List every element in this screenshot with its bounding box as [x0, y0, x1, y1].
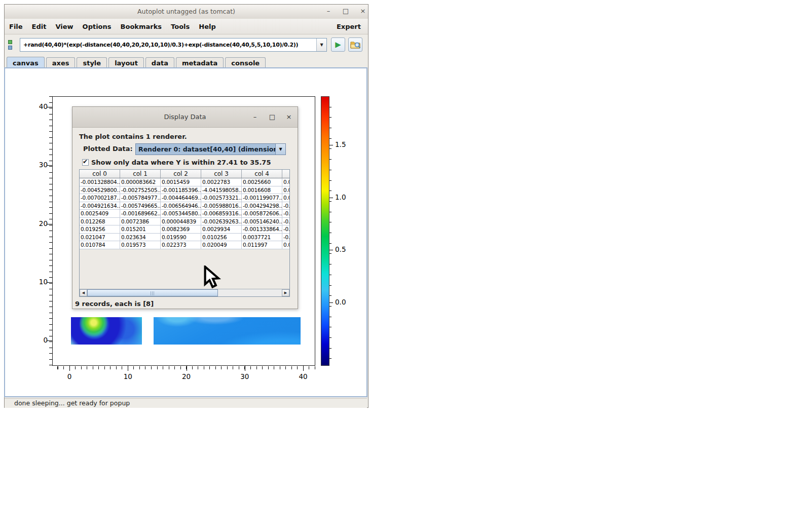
table-cell[interactable]: -0.005146240... [242, 218, 282, 226]
table-cell[interactable]: -0.005872606... [242, 210, 282, 218]
table-cell[interactable]: -0.001199077... [242, 194, 282, 202]
table-cell[interactable]: -0.004921634... [80, 202, 120, 210]
table-cell[interactable]: -0.001328804... [80, 178, 120, 186]
table-cell[interactable]: -0.005988016... [201, 202, 242, 210]
menu-options[interactable]: Options [78, 19, 116, 34]
table-cell[interactable]: -0.005344580... [161, 210, 201, 218]
expert-toggle[interactable]: Expert [329, 23, 368, 30]
table-cell[interactable]: 0.000 [282, 194, 290, 202]
dialog-title-bar[interactable]: Display Data – □ × [72, 107, 298, 128]
table-cell[interactable]: 0.020049 [201, 241, 242, 249]
table-cell[interactable]: 0.019590 [161, 234, 201, 242]
table-cell[interactable]: 0.011997 [242, 241, 282, 249]
table-cell[interactable]: 0.0037721 [242, 234, 282, 242]
table-cell[interactable]: -0.004529800... [80, 186, 120, 195]
table-cell[interactable]: -0.002639263... [201, 218, 242, 226]
table-cell[interactable]: 0.000044839 [161, 218, 201, 226]
table-cell[interactable]: -0.00 [282, 202, 290, 210]
menu-tools[interactable]: Tools [166, 19, 194, 34]
menu-view[interactable]: View [51, 19, 78, 34]
menu-help[interactable]: Help [194, 19, 220, 34]
table-cell[interactable]: 0.0072386 [120, 218, 161, 226]
table-cell[interactable]: 0.0025409 [80, 210, 120, 218]
scroll-left-icon[interactable]: ◀ [80, 289, 87, 296]
column-header[interactable]: col 4 [242, 170, 282, 178]
tab-axes[interactable]: axes [46, 57, 76, 68]
column-header[interactable]: col 2 [161, 170, 201, 178]
table-cell[interactable]: -0.001689662... [120, 210, 161, 218]
table-cell[interactable]: -0.00 [282, 210, 290, 218]
table-cell[interactable]: 0.019256 [80, 225, 120, 234]
minimize-icon[interactable]: – [323, 5, 334, 19]
table-cell[interactable]: 0.012268 [80, 218, 120, 226]
table-cell[interactable]: 0.010784 [80, 241, 120, 249]
close-icon[interactable]: × [358, 5, 368, 19]
table-cell[interactable]: -0.00 [282, 225, 290, 234]
table-cell[interactable]: -0.001333864... [242, 225, 282, 234]
table-cell[interactable]: 0.015201 [120, 225, 161, 234]
x-major-tick [128, 366, 128, 371]
scroll-right-icon[interactable]: ▶ [282, 289, 289, 296]
table-cell[interactable]: 0.000083662 [120, 178, 161, 186]
maximize-icon[interactable]: □ [341, 5, 351, 19]
table-cell[interactable]: 0.022373 [161, 241, 201, 249]
tab-console[interactable]: console [225, 57, 266, 68]
dialog-maximize-icon[interactable]: □ [267, 110, 277, 124]
table-cell[interactable]: 0.0016608 [242, 186, 282, 195]
title-bar[interactable]: Autoplot untagged (as tomcat) – □ × [5, 5, 368, 19]
table-cell[interactable]: -4.041598058... [201, 186, 242, 195]
column-header[interactable]: col 1 [120, 170, 161, 178]
table-cell[interactable]: -0.004294298... [242, 202, 282, 210]
table-cell[interactable]: 0.0025660 [242, 178, 282, 186]
table-cell[interactable]: -0.006564946... [161, 202, 201, 210]
table-cell[interactable]: -0.005784977... [120, 194, 161, 202]
table-cell[interactable]: 0.0015459 [161, 178, 201, 186]
tab-layout[interactable]: layout [108, 57, 144, 68]
table-cell[interactable]: 0.021047 [80, 234, 120, 242]
tab-canvas[interactable]: canvas [7, 57, 45, 68]
tab-style[interactable]: style [77, 57, 107, 68]
dialog-minimize-icon[interactable]: – [250, 110, 260, 124]
menu-file[interactable]: File [5, 19, 27, 34]
colorbar-minor-ticks [329, 97, 331, 365]
heatmap-patch-left[interactable] [71, 317, 142, 345]
tab-data[interactable]: data [145, 57, 174, 68]
uri-row: +rand(40,40)*(exp(-distance(40,40,20,20,… [5, 34, 368, 56]
table-cell[interactable]: 0.0082369 [161, 225, 201, 234]
scrollbar-thumb[interactable] [87, 289, 218, 296]
table-cell[interactable]: 0.0029934 [201, 225, 242, 234]
column-header[interactable]: col 5 [282, 170, 290, 178]
table-cell[interactable]: 0.000 [282, 241, 290, 249]
table-cell[interactable]: -0.001185396... [161, 186, 201, 195]
colorbar[interactable] [321, 96, 329, 366]
table-cell[interactable]: -0.00 [282, 234, 290, 242]
uri-dropdown-icon[interactable]: ▼ [316, 39, 326, 51]
table-cell[interactable]: -0.006859316... [201, 210, 242, 218]
table-cell[interactable]: -0.007002187... [80, 194, 120, 202]
inspect-uri-button[interactable] [348, 37, 362, 52]
table-cell[interactable]: 0.019573 [120, 241, 161, 249]
table-cell[interactable]: 0.010256 [201, 234, 242, 242]
menu-edit[interactable]: Edit [27, 19, 51, 34]
table-cell[interactable]: -0.00 [282, 218, 290, 226]
uri-input[interactable]: +rand(40,40)*(exp(-distance(40,40,20,20,… [20, 39, 316, 51]
plotted-data-combo[interactable]: Renderer 0: dataset[40,40] (dimension...… [135, 143, 286, 155]
table-cell[interactable]: -0.005749665... [120, 202, 161, 210]
heatmap-patch-right[interactable] [154, 317, 301, 345]
column-header[interactable]: col 0 [80, 170, 120, 178]
table-cell[interactable]: 0.0022783 [201, 178, 242, 186]
plot-go-button[interactable]: ▶ [331, 37, 345, 52]
table-cell[interactable]: 0.023634 [120, 234, 161, 242]
horizontal-scrollbar[interactable]: ◀ ▶ [80, 289, 289, 296]
menu-bookmarks[interactable]: Bookmarks [116, 19, 167, 34]
table-cell[interactable]: 0.000 [282, 178, 290, 186]
dialog-close-icon[interactable]: × [284, 110, 294, 124]
tab-metadata[interactable]: metadata [176, 57, 224, 68]
table-cell[interactable]: -0.002573321... [201, 194, 242, 202]
table-cell[interactable]: -0.004464469... [161, 194, 201, 202]
column-header[interactable]: col 3 [201, 170, 242, 178]
combo-dropdown-icon[interactable]: ▼ [275, 144, 285, 155]
filter-checkbox[interactable]: ✔ [82, 159, 89, 166]
table-cell[interactable]: 0.000 [282, 186, 290, 195]
table-cell[interactable]: -0.002752505... [120, 186, 161, 195]
